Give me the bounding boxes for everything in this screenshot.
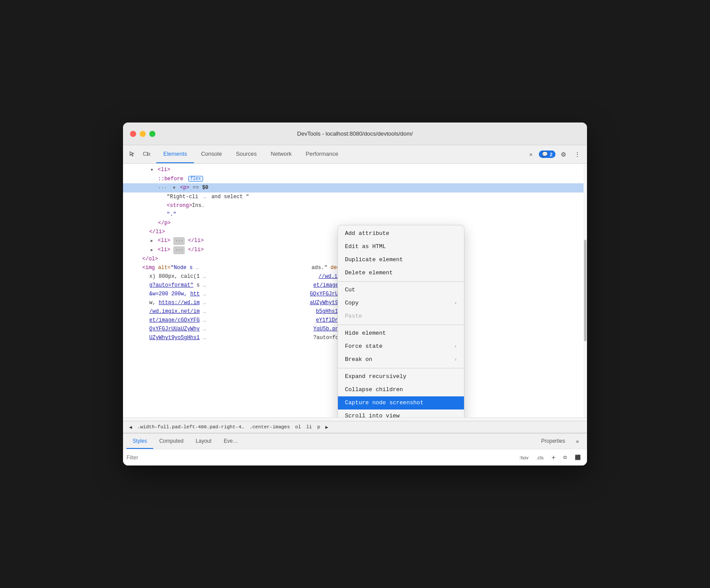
- menu-separator: [338, 325, 464, 325]
- menu-separator: [338, 281, 464, 282]
- elements-panel[interactable]: ▼ <li> ::before flex ··· ▼ <p> == $0 "Ri…: [123, 164, 587, 417]
- breadcrumb-forward[interactable]: ▶: [323, 424, 331, 430]
- menu-item-duplicate-element[interactable]: Duplicate element: [338, 253, 464, 266]
- breadcrumb-item[interactable]: li: [304, 424, 315, 430]
- settings-icon[interactable]: ⚙: [557, 148, 569, 161]
- scrollbar-thumb[interactable]: [584, 240, 587, 341]
- menu-item-cut[interactable]: Cut: [338, 284, 464, 297]
- menu-item-capture-screenshot[interactable]: Capture node screenshot: [338, 396, 464, 410]
- scrollbar-track[interactable]: [583, 164, 587, 417]
- breadcrumb-bar: ◀ .width-full.pad-left-400.pad-right-4… …: [123, 421, 587, 433]
- tab-right-actions: » 💬 2 ⚙ ⋮: [525, 148, 583, 161]
- svg-rect-1: [148, 153, 150, 155]
- dots-button[interactable]: ···: [173, 237, 185, 245]
- dots-button[interactable]: ···: [173, 246, 185, 254]
- devtools-icons: [127, 148, 153, 161]
- close-button[interactable]: [130, 131, 136, 137]
- more-options-icon[interactable]: ⋮: [571, 148, 583, 161]
- context-menu: Add attribute Edit as HTML Duplicate ele…: [337, 225, 464, 417]
- menu-item-delete-element[interactable]: Delete element: [338, 266, 464, 280]
- breadcrumb-item[interactable]: .width-full.pad-left-400.pad-right-4…: [135, 424, 247, 430]
- layout-button[interactable]: ⬛: [572, 454, 583, 461]
- horizontal-scrollbar[interactable]: [123, 417, 587, 421]
- bottom-tab-bar: Styles Computed Layout Eve… Properties »: [123, 433, 587, 449]
- tab-layout[interactable]: Layout: [190, 434, 218, 449]
- menu-item-force-state[interactable]: Force state ›: [338, 340, 464, 353]
- dom-line[interactable]: ▼ <li>: [123, 165, 587, 175]
- breadcrumb-item[interactable]: p: [315, 424, 323, 430]
- dom-line-selected[interactable]: ··· ▼ <p> == $0: [123, 183, 587, 192]
- traffic-lights: [130, 131, 155, 137]
- hov-button[interactable]: :hov: [517, 454, 531, 461]
- tab-performance[interactable]: Performance: [299, 145, 345, 163]
- console-badge[interactable]: 💬 2: [539, 150, 555, 158]
- triangle-icon: ▼: [149, 166, 155, 174]
- chevron-right-icon: ›: [454, 356, 457, 364]
- ellipsis-button[interactable]: ···: [158, 185, 167, 190]
- breadcrumb-item[interactable]: .center-images: [247, 424, 292, 430]
- menu-item-paste: Paste: [338, 310, 464, 323]
- menu-item-collapse-children[interactable]: Collapse children: [338, 383, 464, 396]
- menu-item-expand-recursively[interactable]: Expand recursively: [338, 370, 464, 383]
- dom-line[interactable]: ::before flex: [123, 175, 587, 183]
- badge-count: 2: [550, 152, 552, 157]
- badge-icon: 💬: [542, 151, 548, 157]
- menu-separator: [338, 368, 464, 368]
- menu-item-copy[interactable]: Copy ›: [338, 297, 464, 310]
- dom-line[interactable]: <strong>Ins…: [123, 201, 587, 210]
- tab-network[interactable]: Network: [264, 145, 299, 163]
- chevron-right-icon: ›: [454, 343, 457, 350]
- filter-bar: :hov .cls + ⧉ ⬛: [123, 449, 587, 466]
- minimize-button[interactable]: [140, 131, 146, 137]
- maximize-button[interactable]: [149, 131, 155, 137]
- cls-button[interactable]: .cls: [534, 454, 546, 461]
- copy-button[interactable]: ⧉: [561, 454, 569, 461]
- tab-styles[interactable]: Styles: [127, 434, 153, 449]
- chevron-right-icon: ›: [454, 299, 457, 307]
- more-tabs-button[interactable]: »: [525, 148, 537, 161]
- tab-properties[interactable]: Properties: [535, 434, 571, 449]
- menu-item-scroll-into-view[interactable]: Scroll into view: [338, 410, 464, 417]
- more-bottom-tabs-button[interactable]: »: [571, 435, 583, 448]
- menu-item-add-attribute[interactable]: Add attribute: [338, 227, 464, 240]
- dom-line[interactable]: ".": [123, 210, 587, 219]
- filter-actions: :hov .cls + ⧉ ⬛: [517, 453, 583, 462]
- tab-console[interactable]: Console: [194, 145, 229, 163]
- triangle-icon: ▼: [172, 184, 177, 192]
- tab-list: Elements Console Sources Network Perform…: [156, 145, 525, 163]
- title-bar: DevTools - localhost:8080/docs/devtools/…: [123, 122, 587, 145]
- triangle-icon: ▶: [149, 237, 155, 245]
- dom-line[interactable]: "Right-cli … and select ": [123, 192, 587, 201]
- devtools-window: DevTools - localhost:8080/docs/devtools/…: [123, 122, 587, 466]
- tab-sources[interactable]: Sources: [229, 145, 264, 163]
- svg-rect-0: [144, 152, 148, 155]
- triangle-icon: ▶: [149, 246, 155, 254]
- filter-input[interactable]: [127, 455, 513, 461]
- tab-elements[interactable]: Elements: [156, 145, 194, 163]
- device-toolbar-icon[interactable]: [141, 148, 153, 161]
- tab-event-listeners[interactable]: Eve…: [218, 434, 244, 449]
- menu-item-hide-element[interactable]: Hide element: [338, 327, 464, 340]
- breadcrumb-item[interactable]: ol: [292, 424, 303, 430]
- menu-item-edit-html[interactable]: Edit as HTML: [338, 240, 464, 253]
- tab-computed[interactable]: Computed: [153, 434, 190, 449]
- add-rule-button[interactable]: +: [549, 453, 558, 462]
- select-element-icon[interactable]: [127, 148, 139, 161]
- flex-badge: flex: [188, 176, 203, 182]
- devtools-tab-bar: Elements Console Sources Network Perform…: [123, 145, 587, 164]
- window-title: DevTools - localhost:8080/docs/devtools/…: [297, 130, 413, 137]
- menu-item-break-on[interactable]: Break on ›: [338, 353, 464, 366]
- breadcrumb-back[interactable]: ◀: [127, 424, 135, 430]
